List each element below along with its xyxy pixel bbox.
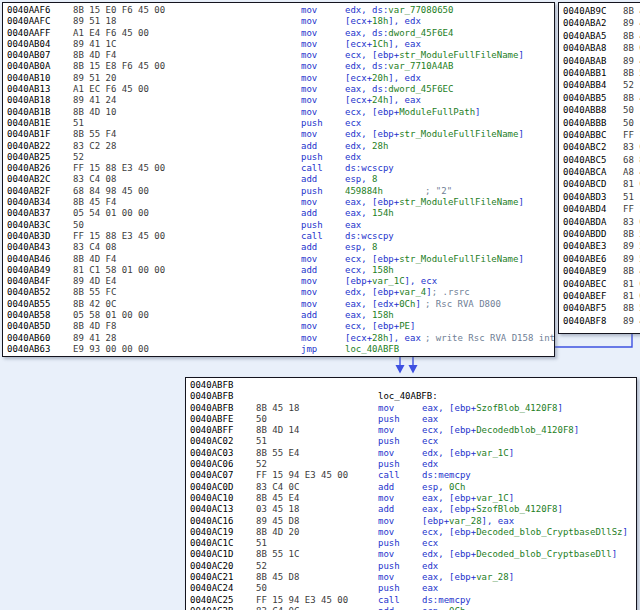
opcode-bytes: 83 C4 bbox=[623, 216, 640, 228]
asm-line: 0040AB0489 41 1Cmov[ecx+1Ch], eax bbox=[7, 39, 554, 50]
address: 0040AB1E bbox=[7, 118, 73, 129]
address: 0040ABB5 bbox=[563, 92, 623, 104]
opcode-bytes: A1 EC F6 45 00 bbox=[73, 84, 301, 95]
operands: esp, 0Ch bbox=[422, 482, 465, 493]
opcode-bytes: 89 55 bbox=[623, 240, 640, 252]
opcode-bytes: 50 bbox=[256, 414, 378, 425]
opcode-bytes: 05 54 01 00 00 bbox=[73, 208, 301, 219]
opcode-bytes: 83 C4 08 bbox=[73, 174, 301, 185]
opcode-bytes: 50 bbox=[623, 117, 634, 129]
asm-line: 0040ABAB89 4D bbox=[563, 55, 640, 67]
operands: esp, 0Ch bbox=[422, 606, 465, 610]
address: 0040ABBC bbox=[563, 129, 623, 141]
asm-line: 0040ABDA83 C4 bbox=[563, 216, 640, 228]
operands: ecx, [ebp+Decodedblob_4120F8] bbox=[422, 425, 579, 436]
operands: eax, ds:dword_45F6E4 bbox=[345, 28, 453, 39]
token-code: edx, ds: bbox=[345, 5, 388, 16]
basic-block-0040AB9C[interactable]: 0040AB9C8B 4D0040ABA289 4D0040ABA58B 4D0… bbox=[558, 2, 640, 334]
asm-line: 0040ABCD81 C1 bbox=[563, 178, 640, 190]
address: 0040AAFC bbox=[7, 16, 73, 27]
token-code: ] bbox=[475, 107, 480, 118]
mnemonic: mov bbox=[301, 107, 345, 118]
asm-line: 0040AB4383 C4 08addesp, 8 bbox=[7, 242, 554, 253]
asm-line: 0040AB13A1 EC F6 45 00moveax, ds:dword_4… bbox=[7, 84, 554, 95]
address: 0040AB34 bbox=[7, 197, 73, 208]
mnemonic: mov bbox=[301, 197, 345, 208]
address: 0040ABA8 bbox=[563, 42, 623, 54]
address: 0040AB3C bbox=[7, 220, 73, 231]
asm-line: 0040ABB58B 45 bbox=[563, 92, 640, 104]
token-name: var_28 bbox=[476, 572, 509, 583]
mnemonic: mov bbox=[378, 516, 422, 527]
address: 0040ABFF bbox=[190, 425, 256, 436]
address: 0040ABD4 bbox=[563, 203, 623, 215]
mnemonic: call bbox=[301, 231, 345, 242]
address: 0040AC07 bbox=[190, 470, 256, 481]
mnemonic: mov bbox=[301, 333, 345, 344]
asm-line: 0040AC198B 4D 20movecx, [ebp+Decoded_blo… bbox=[190, 527, 636, 538]
asm-line: 0040AB078B 4D F4movecx, [ebp+str_ModuleF… bbox=[7, 50, 554, 61]
token-code: edx bbox=[422, 561, 438, 572]
mnemonic: add bbox=[301, 174, 345, 185]
opcode-bytes: 8B 4D F4 bbox=[73, 254, 301, 265]
opcode-bytes: 8B 55 1C bbox=[256, 549, 378, 560]
token-code: ] bbox=[623, 527, 628, 538]
token-name: var_1C bbox=[476, 448, 509, 459]
token-code: ], edx bbox=[388, 16, 421, 27]
address: 0040AB3D bbox=[7, 231, 73, 242]
token-name: ModuleFullPath bbox=[399, 107, 475, 118]
mnemonic: mov bbox=[378, 527, 422, 538]
address: 0040AC24 bbox=[190, 583, 256, 594]
mnemonic: mov bbox=[301, 276, 345, 287]
token-code: [ebp+ bbox=[345, 276, 372, 287]
operands: eax bbox=[422, 414, 438, 425]
opcode-bytes: 05 58 01 00 00 bbox=[73, 310, 301, 321]
token-name: var_4 bbox=[399, 287, 426, 298]
asm-line: 0040ABB18B 55 bbox=[563, 67, 640, 79]
graph-canvas[interactable]: 0040AAF68B 15 E0 F6 45 00movedx, ds:var_… bbox=[0, 0, 640, 610]
token-name: dword_45F6EC bbox=[388, 84, 453, 95]
token-name: str_ModuleFullFileName bbox=[399, 197, 518, 208]
address: 0040AC10 bbox=[190, 493, 256, 504]
token-name: Decodedblob_4120F8 bbox=[476, 425, 574, 436]
address: 0040ABEF bbox=[563, 290, 623, 302]
operands: edx, [ebp+str_ModuleFullFileName] bbox=[345, 129, 524, 140]
mnemonic: mov bbox=[301, 61, 345, 72]
operands: [ecx+28h], eax bbox=[345, 333, 425, 344]
asm-line: 0040ABFF8B 4D 14movecx, [ebp+Decodedblob… bbox=[190, 425, 636, 436]
operands: ecx, [ebp+PE] bbox=[345, 321, 425, 332]
address: 0040AB2C bbox=[7, 174, 73, 185]
mnemonic: add bbox=[301, 141, 345, 152]
opcode-bytes: 89 41 1C bbox=[73, 39, 301, 50]
token-code: ] bbox=[509, 493, 514, 504]
opcode-bytes: 51 bbox=[256, 538, 378, 549]
token-code: ecx, [ebp+ bbox=[345, 107, 399, 118]
address: 0040AB2F bbox=[7, 186, 73, 197]
basic-block-0040AAF6[interactable]: 0040AAF68B 15 E0 F6 45 00movedx, ds:var_… bbox=[2, 2, 555, 357]
opcode-bytes: 50 bbox=[623, 104, 634, 116]
opcode-bytes: 8B 55 F4 bbox=[73, 129, 301, 140]
token-code: esp, bbox=[422, 606, 449, 610]
operands: edx, 28h bbox=[345, 141, 425, 152]
asm-line: 0040AC07FF 15 94 E3 45 00callds:memcpy bbox=[190, 470, 636, 481]
token-import: memcpy bbox=[438, 595, 471, 606]
basic-block-0040ABFB[interactable]: 0040ABFB0040ABFBloc_40ABFB:0040ABFB8B 45… bbox=[185, 377, 637, 610]
token-name: PE bbox=[399, 321, 410, 332]
address: 0040AB18 bbox=[7, 95, 73, 106]
operands: eax bbox=[345, 220, 425, 231]
operands: [ecx+24h], eax bbox=[345, 95, 425, 106]
token-code: edx, [ebp+ bbox=[422, 448, 476, 459]
address: 0040AC20 bbox=[190, 561, 256, 572]
comment: ; write Rsc RVA D158 into AddrOfEntryPoi… bbox=[425, 333, 555, 344]
token-name: SzofBlob_4120F8 bbox=[476, 504, 557, 515]
token-name: str_ModuleFullFileName bbox=[399, 50, 518, 61]
address: 0040AB43 bbox=[7, 242, 73, 253]
mnemonic: mov bbox=[378, 448, 422, 459]
operands: edx bbox=[422, 459, 438, 470]
token-number: 158h bbox=[372, 310, 394, 321]
token-code: ] bbox=[518, 197, 523, 208]
opcode-bytes: 8B 55 E4 bbox=[256, 448, 378, 459]
opcode-bytes: 8B 45 bbox=[623, 265, 640, 277]
token-code: [ecx+ bbox=[345, 39, 372, 50]
asm-line: 0040ABF58B 55 bbox=[563, 302, 640, 314]
